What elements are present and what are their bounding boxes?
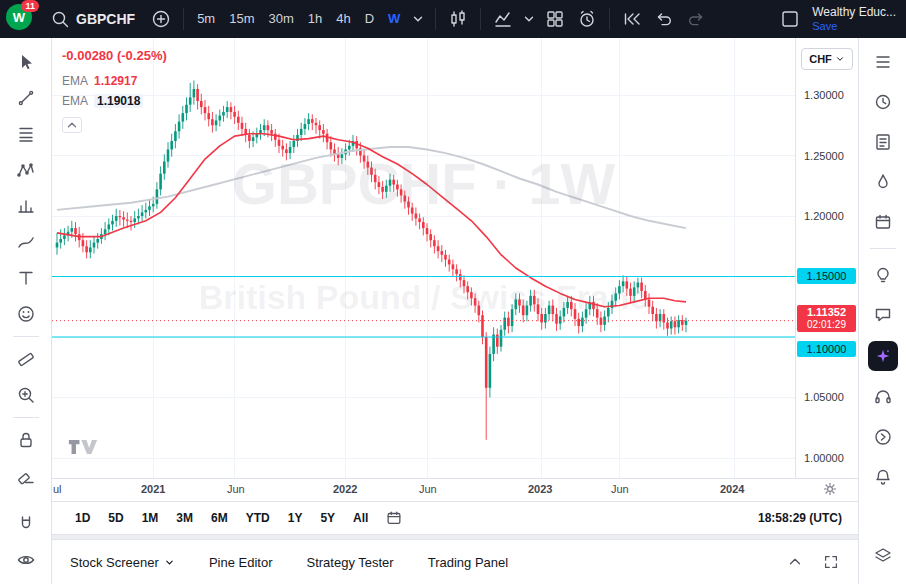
symbol-search-button[interactable]: GBPCHF: [42, 5, 143, 33]
calendar-button[interactable]: [869, 208, 897, 236]
bottom-panel: Stock Screener Pine Editor Strategy Test…: [52, 540, 858, 584]
eye-icon: [16, 550, 36, 570]
timezone-clock[interactable]: 18:58:29 (UTC): [758, 511, 842, 525]
emoji-icon: [16, 304, 36, 324]
hide-drawings-button[interactable]: [12, 546, 40, 574]
price-change-readout: -0.00280 (-0.25%): [62, 48, 167, 63]
layout-square-icon: [780, 9, 800, 29]
forecast-icon: [16, 196, 36, 216]
timeframe-4h[interactable]: 4h: [331, 7, 355, 31]
time-tick: 2023: [528, 483, 552, 495]
panel-collapse-chevron-icon[interactable]: [786, 553, 804, 571]
remove-drawings-button[interactable]: [12, 462, 40, 490]
layout-select-button[interactable]: [776, 5, 804, 33]
indicators-menu-button[interactable]: [521, 5, 537, 33]
symbol-name: GBPCHF: [76, 11, 135, 27]
watchlist-icon: [873, 52, 893, 72]
tab-label: Strategy Tester: [306, 555, 393, 570]
layout-grid-button[interactable]: [541, 5, 569, 33]
range-1m[interactable]: 1M: [135, 508, 166, 528]
go-to-date-button[interactable]: [385, 509, 403, 527]
range-1y[interactable]: 1Y: [281, 508, 310, 528]
chevron-down-icon: [522, 12, 536, 26]
tab-pine-editor[interactable]: Pine Editor: [209, 555, 273, 570]
chart-style-button[interactable]: [444, 5, 472, 33]
bar-replay-button[interactable]: [618, 5, 646, 33]
brush-tool[interactable]: [12, 228, 40, 256]
watchlist-button[interactable]: [869, 48, 897, 76]
text-tool[interactable]: [12, 264, 40, 292]
time-tick: 2024: [720, 483, 744, 495]
range-5y[interactable]: 5Y: [313, 508, 342, 528]
currency-unit-dropdown[interactable]: CHF: [801, 48, 853, 70]
toolbar-separator: [480, 8, 481, 30]
price-tick: 1.20000: [804, 209, 844, 223]
measure-tool[interactable]: [12, 345, 40, 373]
indicators-icon: [493, 9, 513, 29]
range-ytd[interactable]: YTD: [239, 508, 277, 528]
panel-expand-icon[interactable]: [822, 553, 840, 571]
add-symbol-button[interactable]: [147, 5, 175, 33]
layout-name[interactable]: Wealthy Educ...: [812, 6, 896, 19]
lock-drawings-button[interactable]: [12, 426, 40, 454]
timeframe-1h[interactable]: 1h: [303, 7, 327, 31]
time-tick: ul: [53, 483, 62, 495]
legend-collapse-icon: [65, 118, 79, 132]
fib-retracement-icon: [16, 124, 36, 144]
indicator-row-ema-fast[interactable]: EMA 1.12917: [62, 71, 167, 91]
level-badge-1-15[interactable]: 1.15000: [797, 268, 856, 284]
trend-line-tool[interactable]: [12, 84, 40, 112]
publish-button[interactable]: [869, 423, 897, 451]
time-axis[interactable]: ul 2021 Jun 2022 Jun 2023 Jun 2024: [52, 478, 858, 501]
price-axis[interactable]: CHF 1.30000 1.25000 1.20000 1.05000 1.00…: [795, 38, 858, 478]
ideas-button[interactable]: [869, 261, 897, 289]
axis-settings-button[interactable]: [822, 481, 838, 499]
range-1d[interactable]: 1D: [68, 508, 97, 528]
timeframe-1d[interactable]: D: [360, 7, 379, 31]
timeframe-30m[interactable]: 30m: [263, 7, 298, 31]
timeframe-15m[interactable]: 15m: [224, 7, 259, 31]
tradingview-logo[interactable]: [68, 438, 98, 460]
account-menu-button[interactable]: W 11: [6, 4, 36, 34]
layers-icon: [873, 546, 893, 566]
magnet-mode-button[interactable]: [12, 510, 40, 538]
alerts-button[interactable]: [869, 88, 897, 116]
chart-legend: -0.00280 (-0.25%) EMA 1.12917 EMA 1.1901…: [62, 48, 167, 133]
range-all[interactable]: All: [346, 508, 375, 528]
object-tree-button[interactable]: [869, 542, 897, 570]
help-button[interactable]: [869, 383, 897, 411]
timeframe-5m[interactable]: 5m: [192, 7, 220, 31]
toolbar-separator: [183, 8, 184, 30]
legend-collapse-button[interactable]: [62, 117, 82, 133]
level-badge-1-10[interactable]: 1.10000: [797, 341, 856, 357]
xabcd-pattern-tool[interactable]: [12, 156, 40, 184]
range-5d[interactable]: 5D: [101, 508, 130, 528]
ai-assistant-button[interactable]: [868, 341, 898, 371]
tab-strategy-tester[interactable]: Strategy Tester: [306, 555, 393, 570]
chat-button[interactable]: [869, 301, 897, 329]
range-3m[interactable]: 3M: [169, 508, 200, 528]
notifications-button[interactable]: [869, 463, 897, 491]
news-button[interactable]: [869, 128, 897, 156]
range-6m[interactable]: 6M: [204, 508, 235, 528]
drawing-toolbar: [0, 38, 52, 584]
timeframe-menu-button[interactable]: [409, 5, 427, 33]
indicators-button[interactable]: [489, 5, 517, 33]
forecast-tool[interactable]: [12, 192, 40, 220]
create-alert-button[interactable]: [573, 5, 601, 33]
redo-button[interactable]: [682, 5, 710, 33]
cursor-tool[interactable]: [12, 48, 40, 76]
bar-countdown: 02:01:29: [797, 319, 856, 331]
hotlists-button[interactable]: [869, 168, 897, 196]
time-tick: 2022: [333, 483, 357, 495]
save-layout-button[interactable]: Save: [812, 20, 837, 32]
tab-trading-panel[interactable]: Trading Panel: [428, 555, 508, 570]
timeframe-1w-active[interactable]: W: [383, 7, 405, 31]
indicator-row-ema-slow[interactable]: EMA 1.19018: [62, 91, 167, 111]
fib-retracement-tool[interactable]: [12, 120, 40, 148]
zoom-tool[interactable]: [12, 381, 40, 409]
tab-stock-screener[interactable]: Stock Screener: [70, 555, 175, 570]
chart-area: GBPCHF · 1W British Pound / Swiss Franc …: [52, 38, 858, 478]
emoji-tool[interactable]: [12, 300, 40, 328]
undo-button[interactable]: [650, 5, 678, 33]
